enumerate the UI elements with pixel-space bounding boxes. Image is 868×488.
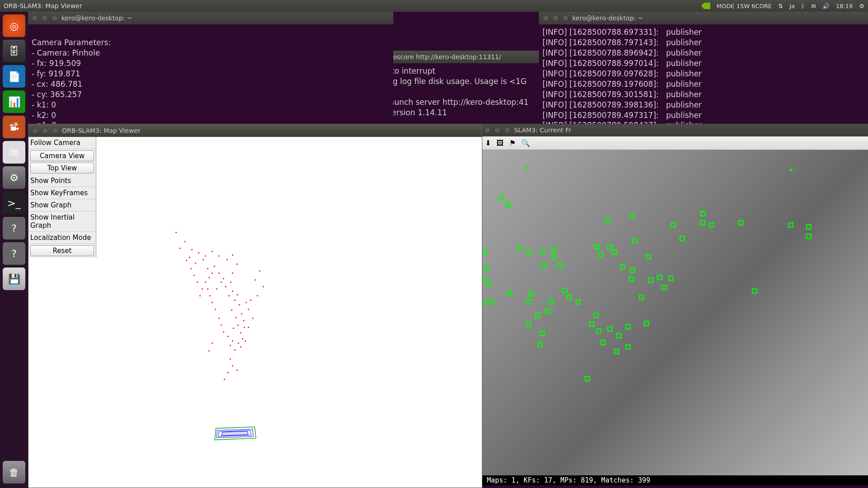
orb-feature-marker xyxy=(576,299,581,305)
orb-feature-marker xyxy=(526,322,531,327)
terminal-title: kero@kero-desktop: ~ xyxy=(572,14,643,23)
orb-feature-marker xyxy=(630,213,635,219)
map-viewer-controls: Follow Camera Camera View Top View Show … xyxy=(28,137,96,258)
reset-button[interactable]: Reset xyxy=(30,245,94,256)
terminal-icon[interactable]: >_ xyxy=(3,192,25,214)
terminal-camera-params[interactable]: kero@kero-desktop: ~ Camera Parameters: … xyxy=(28,12,393,127)
orb-feature-marker xyxy=(625,344,631,350)
star-feature-marker: ✦ xyxy=(788,166,794,174)
top-view-button[interactable]: Top View xyxy=(30,163,94,174)
volume-icon[interactable]: 🔊 xyxy=(822,3,830,9)
orb-feature-marker xyxy=(607,326,613,332)
close-icon[interactable] xyxy=(484,127,491,133)
orb-feature-marker xyxy=(535,313,540,318)
orb-feature-marker xyxy=(646,254,651,259)
drive-icon[interactable]: 💾 xyxy=(3,267,25,290)
orb-feature-marker xyxy=(625,324,631,329)
software-icon[interactable]: 🛍 xyxy=(3,141,25,164)
orb-feature-marker xyxy=(596,328,601,334)
camera-frame-image: ✦✦ xyxy=(481,150,868,475)
calc-icon[interactable]: 📊 xyxy=(3,90,25,113)
mail-icon[interactable]: ✉ xyxy=(811,3,816,9)
orb-feature-marker xyxy=(630,267,635,273)
nvidia-icon xyxy=(701,3,710,9)
orb-feature-marker xyxy=(709,222,714,228)
close-icon[interactable] xyxy=(32,127,38,134)
orb-feature-marker xyxy=(648,277,653,283)
zoom-icon[interactable]: 🔍 xyxy=(521,139,530,147)
orb-feature-marker xyxy=(541,263,547,268)
follow-camera-toggle[interactable]: Follow Camera xyxy=(28,137,96,149)
orb-feature-marker xyxy=(589,322,594,327)
close-icon[interactable] xyxy=(32,15,38,21)
localization-mode-toggle[interactable]: Localization Mode xyxy=(28,232,96,244)
max-icon[interactable] xyxy=(52,127,58,134)
orb-feature-marker xyxy=(679,236,685,241)
max-icon[interactable] xyxy=(504,127,510,133)
orb-feature-marker xyxy=(526,249,531,255)
bluetooth-icon[interactable]: ᛒ xyxy=(801,3,805,9)
orb-feature-marker xyxy=(566,295,572,300)
show-keyframes-toggle[interactable]: Show KeyFrames xyxy=(28,187,96,199)
orb-feature-marker xyxy=(551,247,556,253)
orb-feature-marker xyxy=(585,376,590,381)
max-icon[interactable] xyxy=(562,15,569,21)
orb-feature-marker xyxy=(629,277,634,282)
show-points-toggle[interactable]: Show Points xyxy=(28,175,96,187)
orb-feature-marker xyxy=(537,342,542,347)
orb-feature-marker xyxy=(700,211,706,216)
orb-feature-marker xyxy=(539,249,545,255)
clock-indicator[interactable]: 18:19 xyxy=(836,3,853,9)
max-icon[interactable] xyxy=(52,15,58,21)
help-icon[interactable]: ? xyxy=(3,217,25,239)
orb-feature-marker xyxy=(594,244,599,249)
show-inertial-graph-toggle[interactable]: Show Inertial Graph xyxy=(28,211,96,232)
save-icon[interactable]: ⬇ xyxy=(485,139,491,147)
orb-feature-marker xyxy=(548,299,554,305)
files-icon[interactable]: 🗄 xyxy=(3,40,25,62)
orb-feature-marker xyxy=(614,349,619,354)
min-icon[interactable] xyxy=(552,15,559,21)
close-icon[interactable] xyxy=(542,15,549,21)
image-viewer-toolbar: ⬇ 🖼 ⚑ 🔍 xyxy=(481,136,868,150)
orb-feature-marker xyxy=(605,218,610,223)
orb-feature-marker xyxy=(600,340,606,345)
impress-icon[interactable]: 📽 xyxy=(3,116,25,138)
power-mode-indicator[interactable]: MODE 15W 6CORE xyxy=(717,3,772,9)
trash-icon[interactable]: 🗑 xyxy=(3,461,25,483)
input-lang-indicator[interactable]: Ja xyxy=(789,3,795,9)
orb-feature-marker xyxy=(507,290,512,296)
settings-icon[interactable]: ⚙ xyxy=(3,166,25,189)
orb-feature-marker xyxy=(517,245,522,250)
orb-feature-marker xyxy=(598,252,604,257)
orb-feature-marker xyxy=(644,321,649,326)
min-icon[interactable] xyxy=(42,15,48,21)
orb-feature-marker xyxy=(788,222,793,228)
network-icon[interactable]: ⇅ xyxy=(778,3,783,9)
image-icon[interactable]: 🖼 xyxy=(496,139,504,147)
window-title: ORB-SLAM3: Map Viewer xyxy=(4,2,701,9)
orb-feature-marker xyxy=(526,299,531,305)
orb-feature-marker xyxy=(484,265,490,271)
orb-feature-marker xyxy=(806,224,811,230)
orb-feature-marker xyxy=(505,202,511,207)
help2-icon[interactable]: ? xyxy=(3,242,25,265)
dash-icon[interactable]: ◎ xyxy=(3,14,25,37)
orb-feature-marker xyxy=(545,308,550,314)
show-graph-toggle[interactable]: Show Graph xyxy=(28,199,96,211)
current-frame-title: SLAM3: Current Fr xyxy=(514,127,571,134)
orb-feature-marker xyxy=(612,249,617,255)
min-icon[interactable] xyxy=(42,127,48,134)
camera-view-button[interactable]: Camera View xyxy=(30,150,94,161)
terminal-title: kero@kero-desktop: ~ xyxy=(61,14,132,23)
map-canvas[interactable] xyxy=(96,137,482,488)
orb-feature-marker xyxy=(616,333,622,338)
flag-icon[interactable]: ⚑ xyxy=(509,139,515,147)
current-frame-window[interactable]: SLAM3: Current Fr ⬇ 🖼 ⚑ 🔍 ✦✦ Maps: 1, KF… xyxy=(481,124,868,485)
min-icon[interactable] xyxy=(494,127,500,133)
orb-feature-marker xyxy=(668,276,674,281)
writer-icon[interactable]: 📄 xyxy=(3,65,25,88)
unity-launcher: ◎ 🗄 📄 📊 📽 🛍 ⚙ >_ ? ? 💾 🗑 xyxy=(0,12,28,488)
map-viewer-window[interactable]: ORB-SLAM3: Map Viewer Follow Camera Came… xyxy=(28,124,482,488)
gear-icon[interactable]: ⚙ xyxy=(859,3,864,9)
